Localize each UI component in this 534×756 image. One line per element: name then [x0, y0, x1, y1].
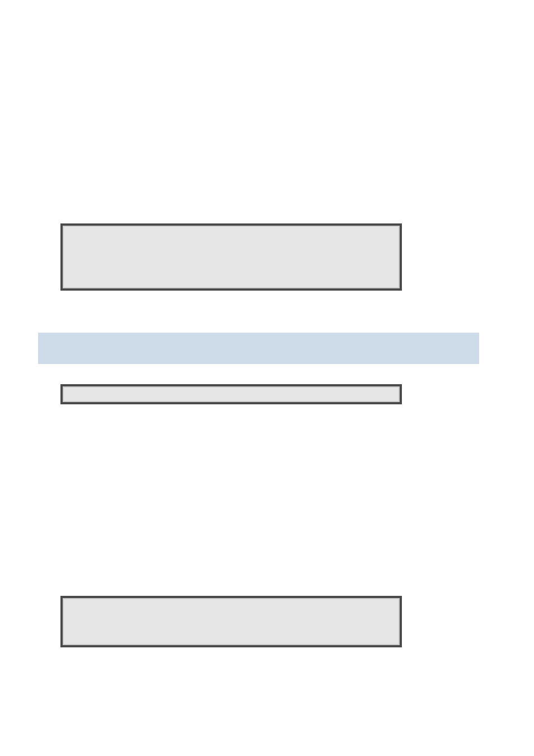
framed-box-bottom — [60, 596, 402, 647]
framed-box-middle — [60, 384, 402, 404]
highlight-band — [38, 333, 479, 364]
document-page — [0, 0, 534, 756]
framed-box-top — [60, 223, 402, 291]
